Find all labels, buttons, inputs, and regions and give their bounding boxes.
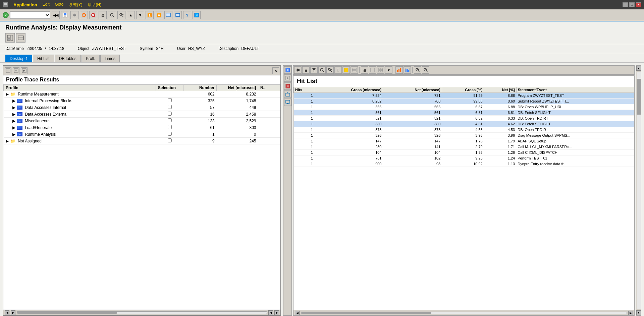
expand-icon[interactable]: ▶ <box>12 119 15 123</box>
screen-btn1[interactable] <box>164 11 172 19</box>
rt-btn-print[interactable]: 🖨 <box>302 66 310 74</box>
up-button[interactable]: ▲ <box>127 11 135 19</box>
hl-scroll-track[interactable] <box>301 312 627 314</box>
v-scrollbar[interactable]: ▲ ▼ <box>636 65 641 316</box>
profile-row[interactable]: ▶ 📁 Runtime Measurement 6028,232 <box>4 91 280 98</box>
hit-list-row[interactable]: 17611029.231.24Perform TEST_01 <box>294 155 634 161</box>
hl-h-scrollbar[interactable]: ◀ ▶ <box>293 310 634 315</box>
close-button[interactable]: ✕ <box>636 2 641 7</box>
rt-btn-back[interactable] <box>294 66 302 74</box>
rt-btn-arrow[interactable]: ▼ <box>385 66 392 74</box>
menu-goto[interactable]: Goto <box>55 2 63 8</box>
row-checkbox[interactable] <box>168 98 172 102</box>
layout-btn2[interactable] <box>16 33 25 43</box>
navigation-dropdown[interactable] <box>10 11 50 19</box>
lst-btn3[interactable]: ✕ <box>284 82 291 90</box>
scroll-right-arrow[interactable]: ▶ <box>274 310 279 315</box>
hit-list-row[interactable]: 11471471.781.79ABAP SQL Setup <box>294 138 634 144</box>
hit-list-row[interactable]: 15615616.816.81DB: Fetch SFLIGHT <box>294 110 634 116</box>
row-checkbox[interactable] <box>168 138 172 142</box>
scroll-track[interactable] <box>17 311 267 314</box>
expand-icon[interactable]: ▶ <box>12 132 15 137</box>
selection-cell[interactable] <box>156 104 183 111</box>
row-checkbox[interactable] <box>168 125 172 129</box>
profile-row[interactable]: ▶ ▪▪ Load/Generate 61803 <box>4 124 280 131</box>
hit-list-row[interactable]: 11041041.261.26Call C IXML_DISPATCH <box>294 150 634 155</box>
hit-list-row[interactable]: 15215216.326.33DB: Open TRDIRT <box>294 116 634 121</box>
rt-btn-chart[interactable] <box>395 66 403 74</box>
bottom-button[interactable]: ⏬ <box>155 11 163 19</box>
scroll-right-arrow2[interactable]: ▶ <box>11 310 15 315</box>
menu-help[interactable]: 帮助(H) <box>88 2 101 8</box>
expand-icon[interactable]: ▶ <box>12 105 15 110</box>
maximize-button[interactable]: □ <box>629 2 635 7</box>
panel-btn2[interactable] <box>13 67 19 74</box>
tab-db-tables[interactable]: DB tables <box>55 55 81 62</box>
row-checkbox[interactable] <box>168 132 172 136</box>
rt-btn-search1[interactable] <box>318 66 326 74</box>
tab-hit-list[interactable]: Hit List <box>33 55 54 62</box>
minimize-button[interactable]: ─ <box>623 2 628 7</box>
rt-btn-sum[interactable]: Σ <box>334 66 342 74</box>
panel-btn1[interactable] <box>5 67 11 74</box>
down-button[interactable]: ▼ <box>136 11 144 19</box>
hit-list-row[interactable]: 13263263.963.96Diag Message Output SAPMS… <box>294 133 634 138</box>
hit-list-row[interactable]: 19009310.921.13Dynpro Entry receive data… <box>294 161 634 167</box>
tab-desktop1[interactable]: Desktop 1 <box>5 55 32 62</box>
hit-list-row[interactable]: 15665666.876.88DB: Open WPBHELP_URL <box>294 104 634 110</box>
menu-system[interactable]: 系统(Y) <box>69 2 82 8</box>
rt-btn-grid[interactable] <box>377 66 384 74</box>
rt-btn-print2[interactable]: 🖨 <box>361 66 368 74</box>
scroll-left-arrow2[interactable]: ◀ <box>268 310 273 315</box>
rt-btn-zoomout[interactable] <box>422 66 429 74</box>
rt-btn-zoom[interactable] <box>414 66 421 74</box>
expand-icon[interactable]: ▶ <box>12 125 15 130</box>
h-scrollbar[interactable]: ◀ ▶ ◀ ▶ <box>3 310 280 315</box>
hl-scroll-right[interactable]: ▶ <box>628 311 633 315</box>
screen-btn2[interactable] <box>174 11 182 19</box>
hl-scroll-left[interactable]: ◀ <box>295 311 300 315</box>
save-button[interactable] <box>61 11 69 19</box>
profile-row[interactable]: ▶ ▪▪ Data Accesses Internal 57449 <box>4 104 280 111</box>
row-checkbox[interactable] <box>168 105 172 109</box>
search-button[interactable] <box>117 11 125 19</box>
profile-table-scroll[interactable]: Profile Selection Number Net [microsec] … <box>3 84 280 310</box>
rt-btn-detail2[interactable] <box>351 66 358 74</box>
v-scroll-up[interactable]: ▲ <box>636 66 641 71</box>
rt-btn-export[interactable] <box>369 66 376 74</box>
tab-profl[interactable]: Profl. <box>82 55 100 62</box>
profile-row[interactable]: ▶ ▪▪ Miscellaneous 1332,529 <box>4 118 280 124</box>
lst-btn5[interactable] <box>284 99 291 106</box>
rt-btn-search2[interactable] <box>326 66 334 74</box>
panel-btn3[interactable] <box>21 67 28 74</box>
stop-button[interactable] <box>89 11 97 19</box>
rt-btn-filter[interactable] <box>310 66 318 74</box>
lst-btn4[interactable] <box>284 90 291 98</box>
selection-cell[interactable] <box>156 118 183 124</box>
expand-icon[interactable]: ▶ <box>6 139 9 143</box>
hit-list-row[interactable]: 17,52473191.298.88Program ZWYZTEST_TEST <box>294 93 634 99</box>
top-button[interactable]: ⏫ <box>146 11 154 19</box>
selection-cell[interactable] <box>156 124 183 131</box>
rt-btn-chart2[interactable] <box>404 66 411 74</box>
expand-icon[interactable]: ▶ <box>12 99 15 103</box>
selection-cell[interactable] <box>156 98 183 104</box>
find-button[interactable] <box>108 11 116 19</box>
v-scroll-track[interactable] <box>637 72 641 309</box>
selection-cell[interactable] <box>156 138 183 144</box>
profile-row[interactable]: ▶ ▪▪ Runtime Analysis 10 <box>4 131 280 138</box>
lst-btn1[interactable]: ≡ <box>284 66 291 74</box>
panel-close-button[interactable]: ✕ <box>272 67 279 74</box>
lst-btn2[interactable] <box>284 74 291 82</box>
profile-row[interactable]: ▶ ▪▪ Data Accesses External 162,458 <box>4 111 280 118</box>
expand-icon[interactable]: ▶ <box>6 92 9 97</box>
hit-list-scroll[interactable]: Hits Gross [microsec] Net [microsec] Gro… <box>293 87 634 310</box>
hit-list-row[interactable]: 13803804.614.62DB: Fetch SFLIGHT <box>294 121 634 127</box>
row-checkbox[interactable] <box>168 118 172 122</box>
back-button[interactable] <box>70 11 78 19</box>
hit-list-row[interactable]: 13733734.534.53DB: Open TRDIR <box>294 127 634 133</box>
settings-button[interactable]: 🖥 <box>193 11 201 19</box>
hit-list-row[interactable]: 12301412.791.71Call M. LCL_MYXMLPARSER=.… <box>294 144 634 150</box>
print-button[interactable]: 🖨 <box>99 11 107 19</box>
rewind-button[interactable]: ◀◀ <box>52 11 60 19</box>
